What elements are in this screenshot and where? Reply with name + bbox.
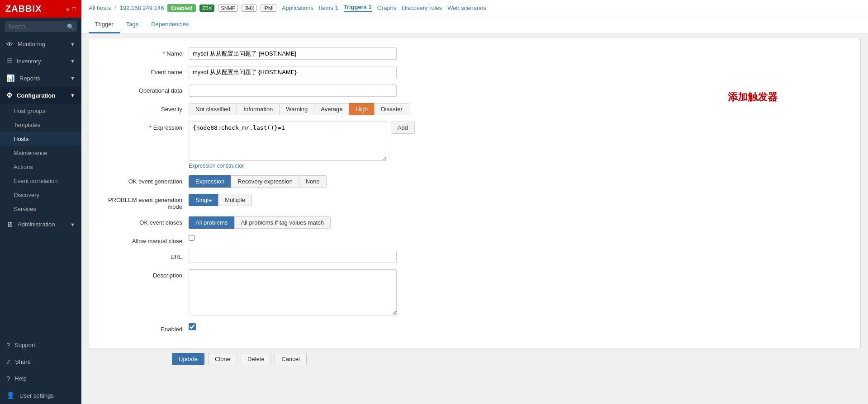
maintenance-label: Maintenance (14, 150, 47, 156)
sidebar-item-reports[interactable]: 📊 Reports ▼ (0, 70, 81, 87)
enabled-label: Enabled (98, 323, 189, 333)
administration-icon: 🖥 (6, 221, 13, 228)
sidebar-item-services[interactable]: Services (0, 202, 81, 216)
expand-icon[interactable]: □ (72, 5, 76, 13)
event-name-field (189, 66, 415, 78)
sidebar-item-event-correlation[interactable]: Event correlation (0, 174, 81, 188)
sidebar-item-host-groups[interactable]: Host groups (0, 104, 81, 118)
actions-label: Actions (14, 164, 33, 170)
support-label: Support (14, 342, 35, 348)
allow-manual-close-row: Allow manual close (98, 235, 851, 244)
description-textarea[interactable] (189, 269, 397, 315)
ok-closes-label: OK event closes (98, 216, 189, 226)
sidebar-item-configuration[interactable]: ⚙ Configuration ▼ (0, 87, 81, 104)
url-field (189, 251, 415, 263)
ok-event-row: OK event generation Expression Recovery … (98, 175, 851, 188)
update-button[interactable]: Update (172, 353, 204, 365)
expression-textarea[interactable]: {node88:check_mr.last()}=1 (189, 122, 387, 161)
severity-disaster[interactable]: Disaster (374, 103, 409, 115)
problem-mode-multiple[interactable]: Multiple (218, 194, 252, 206)
configuration-arrow: ▼ (70, 93, 75, 98)
reports-arrow: ▼ (70, 75, 75, 81)
expression-constructor-link[interactable]: Expression constructor (189, 163, 244, 169)
severity-warning[interactable]: Warning (279, 103, 314, 115)
sidebar-item-discovery[interactable]: Discovery (0, 188, 81, 202)
topbar: All hosts / 192.168.249.146 Enabled ZBX … (81, 0, 868, 16)
severity-btn-group: Not classified Information Warning Avera… (189, 103, 415, 115)
problem-mode-field: Single Multiple (189, 194, 415, 206)
tab-dependencies[interactable]: Dependencies (145, 16, 195, 33)
severity-high[interactable]: High (349, 103, 374, 115)
cancel-button[interactable]: Cancel (275, 353, 306, 365)
user-settings-label: User settings (19, 392, 54, 399)
url-input[interactable] (189, 251, 397, 263)
sidebar-item-share[interactable]: Z Share (0, 353, 81, 370)
problem-mode-single[interactable]: Single (189, 194, 218, 206)
sidebar-item-maintenance[interactable]: Maintenance (0, 146, 81, 160)
breadcrumb-host-ip[interactable]: 192.168.249.146 (120, 5, 164, 11)
expression-wrap: {node88:check_mr.last()}=1 Add (189, 122, 415, 161)
sidebar-item-administration[interactable]: 🖥 Administration ▼ (0, 216, 81, 233)
action-buttons: Update Clone Delete Cancel (172, 353, 868, 374)
logo-text: ZABBIX (5, 4, 42, 14)
enabled-row: Enabled (98, 323, 851, 333)
configuration-icon: ⚙ (6, 91, 12, 99)
administration-arrow: ▼ (70, 222, 75, 227)
search-input[interactable] (5, 21, 77, 32)
inventory-arrow: ▼ (70, 58, 75, 64)
severity-field: Not classified Information Warning Avera… (189, 103, 415, 115)
sidebar-item-actions[interactable]: Actions (0, 160, 81, 174)
severity-information[interactable]: Information (237, 103, 279, 115)
delete-button[interactable]: Delete (241, 353, 271, 365)
ok-event-field: Expression Recovery expression None (189, 175, 415, 188)
problem-mode-btn-group: Single Multiple (189, 194, 415, 206)
host-groups-label: Host groups (14, 108, 45, 114)
topbar-nav-graphs[interactable]: Graphs (377, 5, 397, 11)
allow-manual-close-field (189, 235, 415, 241)
monitoring-icon: 👁 (6, 40, 13, 48)
sidebar-item-user-settings[interactable]: 👤 User settings (0, 387, 81, 404)
sidebar-item-help[interactable]: ? Help (0, 370, 81, 387)
name-input[interactable] (189, 47, 397, 60)
event-name-row: Event name (98, 66, 851, 78)
operational-data-input[interactable] (189, 85, 397, 97)
expression-label: Expression (98, 122, 189, 131)
ok-closes-field: All problems All problems if tag values … (189, 216, 415, 229)
tab-tags[interactable]: Tags (120, 16, 145, 33)
severity-label: Severity (98, 103, 189, 113)
proto-ipmi: IPMI (261, 5, 276, 12)
clone-button[interactable]: Clone (208, 353, 237, 365)
ok-closes-all-problems[interactable]: All problems (189, 216, 234, 229)
ok-event-expression[interactable]: Expression (189, 175, 231, 188)
sidebar-item-monitoring[interactable]: 👁 Monitoring ▼ (0, 36, 81, 52)
topbar-nav-web-scenarios[interactable]: Web scenarios (447, 5, 486, 11)
ok-event-recovery[interactable]: Recovery expression (231, 175, 299, 188)
ok-closes-tag-values[interactable]: All problems if tag values match (234, 216, 331, 229)
name-row: Name (98, 47, 851, 60)
problem-mode-row: PROBLEM event generation mode Single Mul… (98, 194, 851, 210)
help-icon: ? (6, 375, 10, 382)
allow-manual-close-checkbox[interactable] (189, 235, 194, 241)
add-expression-button[interactable]: Add (391, 122, 415, 134)
sidebar-item-hosts[interactable]: Hosts (0, 132, 81, 146)
collapse-icon[interactable]: « (66, 5, 70, 13)
tab-trigger[interactable]: Trigger (89, 16, 120, 33)
topbar-nav-discovery-rules[interactable]: Discovery rules (402, 5, 442, 11)
content-area: Trigger Tags Dependencies Name Event nam… (81, 16, 868, 404)
event-name-input[interactable] (189, 66, 397, 78)
topbar-nav-applications[interactable]: Applications (282, 5, 313, 11)
sidebar-item-inventory[interactable]: ☰ Inventory ▼ (0, 52, 81, 70)
problem-mode-label: PROBLEM event generation mode (98, 194, 189, 210)
topbar-nav-triggers[interactable]: Triggers 1 (344, 4, 372, 12)
sidebar-item-templates[interactable]: Templates (0, 118, 81, 132)
breadcrumb-all-hosts[interactable]: All hosts (89, 5, 111, 11)
proto-snmp: SNMP (218, 5, 238, 12)
topbar-nav-items[interactable]: Items 1 (319, 5, 338, 11)
enabled-field (189, 323, 415, 330)
ok-event-none[interactable]: None (299, 175, 327, 188)
enabled-checkbox[interactable] (189, 323, 196, 330)
severity-not-classified[interactable]: Not classified (189, 103, 237, 115)
url-row: URL (98, 251, 851, 263)
sidebar-item-support[interactable]: ? Support (0, 337, 81, 353)
severity-average[interactable]: Average (314, 103, 349, 115)
